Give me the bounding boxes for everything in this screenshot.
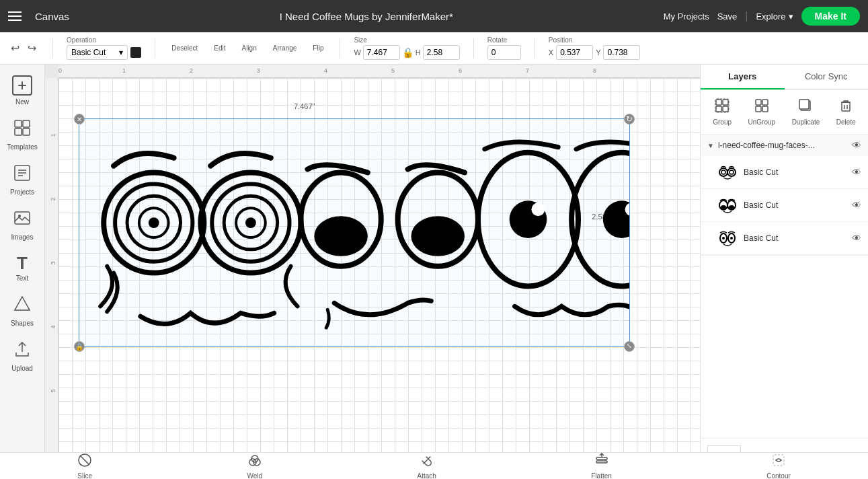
handle-lock[interactable]: 🔒	[74, 341, 85, 352]
duplicate-action[interactable]: Duplicate	[787, 96, 826, 128]
layer-item-1[interactable]: Basic Cut 👁	[701, 156, 868, 189]
rotate-input[interactable]	[487, 45, 521, 60]
pos-x-input[interactable]	[556, 45, 593, 60]
width-input[interactable]	[363, 45, 400, 60]
layer-name-2: Basic Cut	[744, 200, 846, 210]
svg-rect-36	[756, 100, 761, 105]
sidebar-item-upload[interactable]: Upload	[2, 335, 42, 377]
layer-visibility-2[interactable]: 👁	[852, 200, 861, 211]
main-layout: + New Templates Projects Images T Text	[0, 65, 868, 479]
weld-action[interactable]: Weld	[239, 450, 271, 480]
pos-y-input[interactable]	[603, 45, 640, 60]
nav-separator: |	[745, 10, 748, 22]
layer-item-2[interactable]: Basic Cut 👁	[701, 189, 868, 222]
rotate-field	[487, 45, 521, 60]
svg-rect-42	[842, 102, 850, 111]
sidebar-label-shapes: Shapes	[11, 320, 34, 327]
layer-visibility-3[interactable]: 👁	[852, 233, 861, 244]
svg-rect-39	[762, 106, 768, 112]
images-icon	[13, 209, 31, 231]
pos-x-label: X	[549, 48, 553, 57]
size-label: Size	[354, 36, 459, 44]
slice-action[interactable]: Slice	[69, 450, 100, 480]
duplicate-label: Duplicate	[792, 118, 820, 126]
delete-label: Delete	[836, 118, 856, 126]
save-button[interactable]: Save	[717, 11, 738, 22]
sidebar-item-shapes[interactable]: Shapes	[2, 290, 42, 332]
group-collapse-icon[interactable]: ▼	[707, 142, 714, 149]
toolbar-divider-1	[52, 38, 53, 59]
svg-point-54	[722, 237, 725, 239]
operation-color[interactable]	[130, 47, 141, 58]
operation-dropdown[interactable]: Basic Cut ▾	[67, 45, 128, 60]
group-action[interactable]: Group	[707, 96, 737, 128]
chevron-down-icon: ▾	[119, 48, 123, 57]
handle-rotate[interactable]: ↻	[624, 114, 635, 124]
rotate-label: Rotate	[487, 36, 521, 44]
sidebar-item-templates[interactable]: Templates	[2, 114, 42, 156]
redo-button[interactable]: ↪	[25, 39, 39, 57]
height-label: H	[416, 48, 421, 57]
projects-icon	[13, 164, 31, 186]
selection-box[interactable]: ✕ ↻ 🔒 ⤡	[79, 118, 630, 347]
flip-button[interactable]: Flip	[310, 42, 326, 54]
tab-color-sync[interactable]: Color Sync	[785, 65, 869, 89]
sidebar-label-text: Text	[16, 274, 28, 282]
svg-rect-31	[716, 100, 721, 105]
sidebar-item-new[interactable]: + New	[2, 70, 42, 111]
sidebar-label-images: Images	[11, 233, 34, 241]
align-button[interactable]: Align	[239, 42, 260, 54]
handle-close[interactable]: ✕	[74, 114, 85, 124]
explore-button[interactable]: Explore ▾	[756, 11, 793, 22]
right-panel: Layers Color Sync Group UnGroup	[700, 65, 868, 479]
make-it-button[interactable]: Make It	[801, 7, 860, 26]
slice-icon	[77, 453, 92, 471]
layer-visibility-1[interactable]: 👁	[852, 167, 861, 178]
svg-point-50	[721, 205, 726, 209]
height-input[interactable]	[423, 45, 460, 60]
svg-point-24	[411, 216, 465, 256]
ruler-vertical: 1 2 3 4 5	[45, 78, 58, 459]
sidebar-label-new: New	[15, 98, 29, 106]
delete-action[interactable]: Delete	[831, 96, 861, 128]
operation-label: Operation	[67, 36, 141, 44]
flatten-action[interactable]: Flatten	[583, 450, 620, 480]
tab-layers[interactable]: Layers	[701, 65, 785, 89]
svg-point-47	[727, 168, 736, 176]
canvas-area[interactable]: 0 1 2 3 4 5 6 7 8 1 2 3 4 5 7.467" 2.58"	[45, 65, 700, 479]
attach-action[interactable]: Attach	[409, 450, 444, 480]
layer-item-3[interactable]: Basic Cut 👁	[701, 222, 868, 255]
hamburger-menu[interactable]	[8, 11, 22, 21]
faces-svg	[79, 119, 629, 346]
size-section: Size W 🔒 H	[354, 36, 459, 60]
arrange-button[interactable]: Arrange	[270, 42, 300, 54]
slice-label: Slice	[77, 472, 92, 480]
my-projects-button[interactable]: My Projects	[664, 11, 709, 22]
layer-group: ▼ i-need-coffee-mug-faces-... 👁 Basic Cu…	[701, 135, 868, 256]
delete-icon	[838, 98, 853, 116]
sidebar-item-images[interactable]: Images	[2, 204, 42, 246]
text-icon: T	[17, 254, 28, 272]
svg-point-29	[603, 200, 629, 238]
sidebar-item-text[interactable]: T Text	[2, 249, 42, 287]
group-icon	[715, 98, 729, 116]
group-label: Group	[713, 118, 732, 126]
layer-group-header[interactable]: ▼ i-need-coffee-mug-faces-... 👁	[701, 135, 868, 156]
svg-point-52	[729, 205, 734, 209]
canvas-background[interactable]: 7.467" 2.58" ✕ ↻ 🔒 ⤡	[58, 78, 700, 459]
layer-group-visibility-icon[interactable]: 👁	[852, 140, 861, 151]
undo-button[interactable]: ↩	[8, 39, 22, 57]
contour-action[interactable]: Contour	[758, 450, 799, 480]
attach-label: Attach	[418, 472, 436, 480]
handle-resize[interactable]: ⤡	[624, 341, 635, 352]
sidebar-label-projects: Projects	[10, 188, 34, 196]
left-sidebar: + New Templates Projects Images T Text	[0, 65, 45, 479]
lock-icon[interactable]: 🔒	[402, 47, 413, 58]
ungroup-action[interactable]: UnGroup	[743, 96, 781, 128]
deselect-button[interactable]: Deselect	[169, 42, 200, 54]
edit-button[interactable]: Edit	[211, 42, 228, 54]
sidebar-item-projects[interactable]: Projects	[2, 159, 42, 201]
weld-icon	[247, 453, 262, 471]
ungroup-icon	[754, 98, 769, 116]
bottom-bar: Slice Weld Attach Flatten Contour	[0, 452, 868, 479]
